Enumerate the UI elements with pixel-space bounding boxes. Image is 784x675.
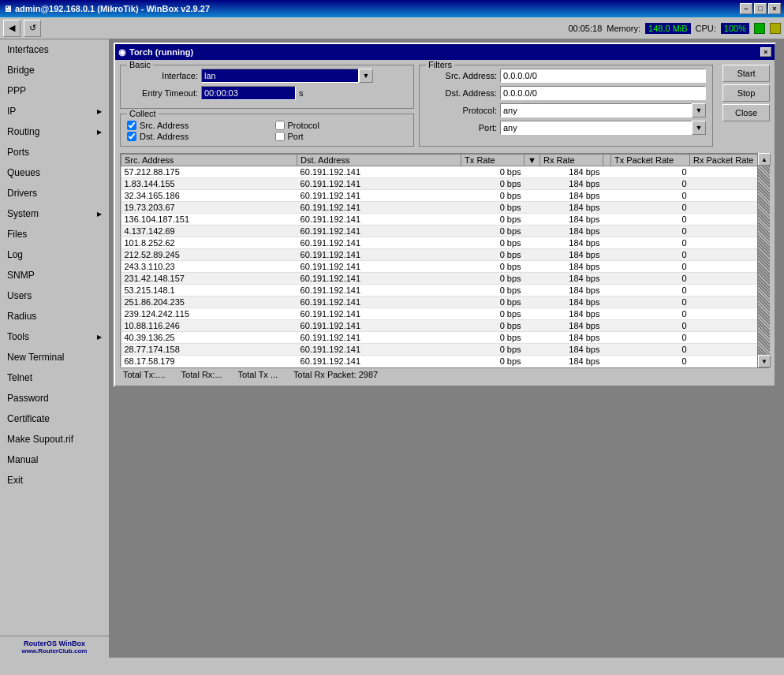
interface-input[interactable] [201,69,359,83]
col-rx-rate[interactable]: Rx Rate [540,155,603,166]
sidebar-item-password[interactable]: Password [0,388,109,408]
col-tx-packet-rate[interactable]: Tx Packet Rate [611,155,690,166]
col-dst-address[interactable]: Dst. Address [297,155,461,166]
sidebar-item-system[interactable]: System ▶ [0,203,109,224]
collect-port-checkbox[interactable] [275,132,285,141]
table-cell: 0 [611,226,690,237]
table-cell: 184 bps [540,261,603,273]
table-cell: 184 bps [540,249,603,261]
total-rx: Total Rx:... [181,370,222,379]
sidebar-label-snmp: SNMP [7,270,35,281]
table-cell: 60.191.192.141 [297,190,461,202]
maximize-button[interactable]: □ [754,3,767,14]
table-scrollbar[interactable]: ▲ ▼ [757,153,770,367]
sidebar-label-supout: Make Supout.rif [7,434,73,445]
sidebar-item-users[interactable]: Users [0,285,109,306]
table-row: 4.137.142.6960.191.192.1410 bps184 bps00 [121,226,769,237]
torch-window-close-button[interactable]: × [760,47,771,57]
sidebar-item-drivers[interactable]: Drivers [0,183,109,203]
filter-port-input[interactable] [500,121,692,135]
sidebar-item-supout[interactable]: Make Supout.rif [0,429,109,449]
table-cell: 184 bps [540,320,603,332]
table-cell: 0 [611,356,690,367]
table-cell: 0 [611,178,690,190]
sidebar-item-telnet[interactable]: Telnet [0,367,109,388]
table-cell: 0 [611,190,690,202]
table-row: 53.215.148.160.191.192.1410 bps184 bps00 [121,285,769,296]
content-area: ◉ Torch (running) × Basic Interface: [110,39,784,658]
sidebar-item-certificate[interactable]: Certificate [0,408,109,429]
table-cell [525,356,540,367]
filter-port-row: Port: ▼ [426,121,706,135]
table-row: 251.86.204.23560.191.192.1410 bps184 bps… [121,296,769,308]
sidebar-label-log: Log [7,249,23,260]
sidebar-item-ip[interactable]: IP ▶ [0,101,109,121]
col-tx-rate[interactable]: Tx Rate [461,155,525,166]
start-button[interactable]: Start [722,65,770,82]
torch-title-bar: ◉ Torch (running) × [115,44,775,60]
col-src-address[interactable]: Src. Address [121,155,297,166]
filter-dst-input[interactable] [500,86,706,100]
total-rx-pkt: Total Rx Packet: 2987 [293,370,378,379]
sidebar-item-manual[interactable]: Manual [0,449,109,470]
total-tx: Total Tx:.... [123,370,166,379]
collect-dst-address-checkbox[interactable] [127,132,136,141]
port-dropdown-btn[interactable]: ▼ [692,121,706,135]
sidebar-item-routing[interactable]: Routing ▶ [0,121,109,142]
table-cell: 0 [611,261,690,273]
table-cell: 60.191.192.141 [297,166,461,178]
sidebar-item-exit[interactable]: Exit [0,470,109,490]
filter-port-label: Port: [426,123,497,132]
table-cell: 0 bps [461,285,525,296]
filter-protocol-input[interactable] [500,103,692,117]
sidebar-item-interfaces[interactable]: Interfaces [0,39,109,60]
interface-row: Interface: ▼ [127,69,407,83]
table-cell: 0 [611,166,690,178]
close-button[interactable]: Close [722,104,770,121]
interface-dropdown-btn[interactable]: ▼ [359,69,373,83]
timeout-input[interactable] [201,86,296,100]
table-cell: 60.191.192.141 [297,320,461,332]
scroll-up-button[interactable]: ▲ [758,153,770,166]
sidebar-item-snmp[interactable]: SNMP [0,265,109,285]
stop-button[interactable]: Stop [722,84,770,102]
table-row: 40.39.136.2560.191.192.1410 bps184 bps00 [121,332,769,344]
sidebar-item-tools[interactable]: Tools ▶ [0,326,109,347]
forward-button[interactable]: ↺ [24,20,41,37]
filter-src-input[interactable] [500,69,706,83]
minimize-button[interactable]: − [740,3,752,14]
sidebar-label-ip: IP [7,106,16,117]
col-sort-indicator[interactable]: ▼ [525,155,540,166]
sidebar-item-files[interactable]: Files [0,224,109,244]
close-window-button[interactable]: × [768,3,781,14]
collect-port-label: Port [288,132,304,141]
table-row: 239.124.242.11560.191.192.1410 bps184 bp… [121,308,769,320]
collect-label: Collect [127,109,159,118]
sidebar-item-radius[interactable]: Radius [0,306,109,326]
scroll-track[interactable] [758,166,770,355]
table-cell: 0 bps [461,178,525,190]
sidebar-label-ppp: PPP [7,85,26,96]
back-button[interactable]: ◀ [3,20,21,37]
table-cell: 184 bps [540,296,603,308]
col-rx-rate-unit [603,155,611,166]
table-cell: 40.39.136.25 [121,332,297,344]
sidebar-arrow-ip: ▶ [97,108,102,115]
table-cell [525,332,540,344]
sidebar-item-ppp[interactable]: PPP [0,80,109,101]
sidebar-item-bridge[interactable]: Bridge [0,60,109,80]
collect-protocol-checkbox[interactable] [275,121,285,130]
scroll-down-button[interactable]: ▼ [758,355,770,367]
sidebar-label-files: Files [7,229,27,240]
table-cell: 0 bps [461,296,525,308]
table-cell: 251.86.204.235 [121,296,297,308]
table-cell: 0 [611,344,690,356]
sidebar-item-ports[interactable]: Ports [0,142,109,162]
collect-src-address-checkbox[interactable] [127,121,136,130]
sidebar-item-new-terminal[interactable]: New Terminal [0,347,109,367]
table-cell [525,166,540,178]
sidebar-item-queues[interactable]: Queues [0,162,109,183]
sidebar-label-drivers: Drivers [7,188,37,199]
sidebar-item-log[interactable]: Log [0,244,109,265]
protocol-dropdown-btn[interactable]: ▼ [692,103,706,117]
